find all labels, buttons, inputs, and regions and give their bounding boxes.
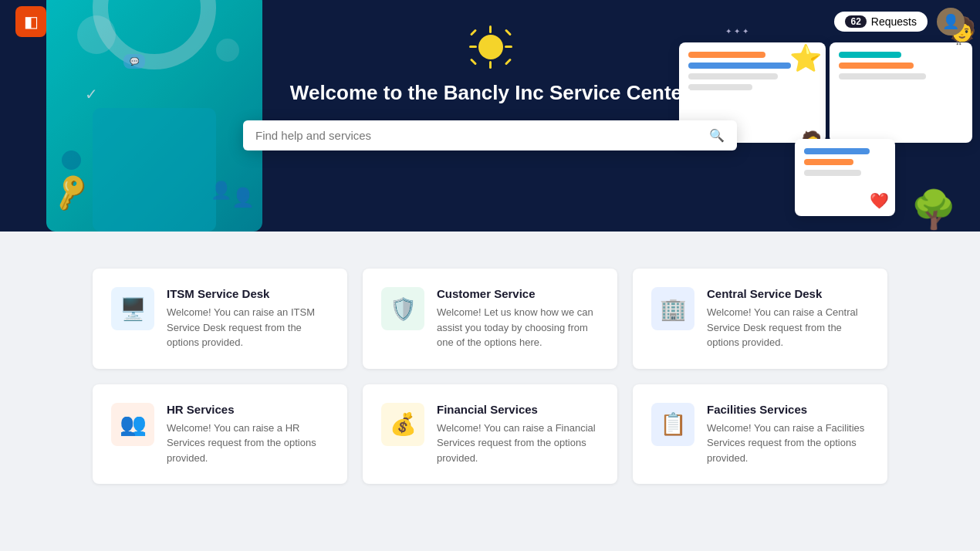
- logo[interactable]: ◧: [15, 6, 46, 37]
- service-name-facilities: Facilities Services: [707, 403, 869, 416]
- service-description-facilities: Welcome! You can raise a Facilities Serv…: [707, 421, 869, 466]
- service-card-facilities[interactable]: 📋 Facilities Services Welcome! You can r…: [633, 384, 887, 485]
- hero-illustration-card-2: 🧍: [830, 42, 972, 143]
- search-icon[interactable]: 🔍: [709, 128, 725, 143]
- service-description-central: Welcome! You can raise a Central Service…: [707, 305, 869, 350]
- requests-label: Requests: [871, 15, 917, 28]
- service-description-itsm: Welcome! You can raise an ITSM Service D…: [167, 305, 329, 350]
- service-name-financial: Financial Services: [437, 403, 599, 416]
- service-name-customer: Customer Service: [437, 287, 599, 300]
- main-content: 🖥️ ITSM Service Desk Welcome! You can ra…: [0, 232, 980, 521]
- requests-button[interactable]: 62 Requests: [834, 12, 928, 32]
- service-card-financial[interactable]: 💰 Financial Services Welcome! You can ra…: [363, 384, 617, 485]
- service-card-hr[interactable]: 👥 HR Services Welcome! You can raise a H…: [93, 384, 347, 485]
- topbar-right: 62 Requests 👤: [834, 8, 965, 35]
- search-input[interactable]: [255, 129, 701, 142]
- service-name-central: Central Service Desk: [707, 287, 869, 300]
- hero-section: ◧ 62 Requests 👤 🔑 👤 👤 ✓ 💬: [0, 0, 980, 232]
- service-description-hr: Welcome! You can raise a HR Services req…: [167, 421, 329, 466]
- requests-count: 62: [845, 15, 866, 28]
- service-name-itsm: ITSM Service Desk: [167, 287, 329, 300]
- tree-decoration: 🌳: [911, 188, 957, 232]
- service-info-itsm: ITSM Service Desk Welcome! You can raise…: [167, 287, 329, 350]
- hero-content: Welcome to the Bancly Inc Service Center…: [243, 81, 737, 150]
- service-description-customer: Welcome! Let us know how we can assist y…: [437, 305, 599, 350]
- service-description-financial: Welcome! You can raise a Financial Servi…: [437, 421, 599, 466]
- search-bar: 🔍: [243, 120, 737, 150]
- service-icon-itsm: 🖥️: [111, 287, 154, 330]
- service-icon-facilities: 📋: [651, 403, 694, 446]
- service-card-customer[interactable]: 🛡️ Customer Service Welcome! Let us know…: [363, 269, 617, 369]
- service-card-central[interactable]: 🏢 Central Service Desk Welcome! You can …: [633, 269, 887, 369]
- avatar[interactable]: 👤: [937, 8, 965, 35]
- service-info-facilities: Facilities Services Welcome! You can rai…: [707, 403, 869, 466]
- service-info-financial: Financial Services Welcome! You can rais…: [437, 403, 599, 466]
- topbar: ◧ 62 Requests 👤: [0, 0, 980, 43]
- star-decoration: ⭐: [789, 42, 822, 73]
- service-info-central: Central Service Desk Welcome! You can ra…: [707, 287, 869, 350]
- hero-illustration-card-3: ❤️: [795, 139, 895, 216]
- hero-title: Welcome to the Bancly Inc Service Center: [243, 81, 737, 105]
- service-cards-grid: 🖥️ ITSM Service Desk Welcome! You can ra…: [93, 269, 887, 484]
- service-info-hr: HR Services Welcome! You can raise a HR …: [167, 403, 329, 466]
- service-icon-customer: 🛡️: [381, 287, 424, 330]
- service-card-itsm[interactable]: 🖥️ ITSM Service Desk Welcome! You can ra…: [93, 269, 347, 369]
- service-info-customer: Customer Service Welcome! Let us know ho…: [437, 287, 599, 350]
- service-name-hr: HR Services: [167, 403, 329, 416]
- service-icon-central: 🏢: [651, 287, 694, 330]
- service-icon-hr: 👥: [111, 403, 154, 446]
- service-icon-financial: 💰: [381, 403, 424, 446]
- lock-body: [93, 108, 216, 232]
- logo-icon: ◧: [24, 12, 39, 31]
